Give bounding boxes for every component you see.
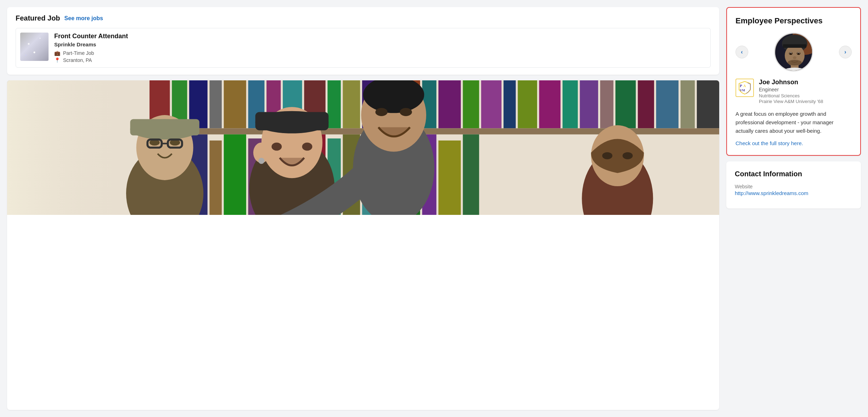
carousel-container: ‹ — [735, 33, 852, 72]
svg-point-97 — [302, 143, 312, 151]
svg-rect-125 — [783, 44, 806, 48]
svg-point-106 — [602, 152, 613, 159]
employee-role: Engineer — [759, 87, 852, 92]
job-company: Sprinkle Dreams — [54, 41, 706, 47]
featured-job-section-title: Featured Job — [16, 14, 60, 22]
svg-rect-52 — [539, 80, 560, 128]
library-image — [7, 80, 719, 215]
job-meta: 💼 Part-Time Job 📍 Scranton, PA — [54, 50, 706, 63]
next-arrow-button[interactable]: › — [839, 46, 852, 58]
briefcase-icon: 💼 — [54, 50, 60, 56]
full-story-link[interactable]: Check out the full story here. — [735, 140, 803, 146]
svg-point-107 — [622, 152, 633, 159]
job-image — [20, 33, 49, 61]
contact-info-title: Contact Information — [735, 170, 852, 178]
svg-rect-56 — [615, 80, 636, 128]
svg-rect-48 — [463, 80, 479, 128]
svg-rect-85 — [130, 119, 199, 136]
employee-name: Joe Johnson — [759, 79, 852, 86]
svg-rect-51 — [518, 80, 537, 128]
employee-major: Nutritional Sciences — [759, 93, 852, 98]
left-column: Featured Job See more jobs Front Counter… — [7, 7, 719, 410]
svg-point-122 — [798, 53, 799, 55]
employee-avatar — [774, 33, 813, 72]
employee-text-info: Joe Johnson Engineer Nutritional Science… — [759, 79, 852, 104]
contact-info-card: Contact Information Website http://www.s… — [726, 161, 861, 208]
employee-avatar-container — [748, 33, 839, 72]
job-location-text: Scranton, PA — [63, 57, 92, 63]
employee-perspectives-title: Employee Perspectives — [735, 16, 852, 25]
svg-rect-55 — [600, 80, 613, 128]
svg-point-124 — [788, 60, 802, 65]
website-contact-item: Website http://www.sprinkledreams.com — [735, 184, 852, 196]
website-url[interactable]: http://www.sprinkledreams.com — [735, 190, 808, 196]
right-column: Employee Perspectives ‹ — [726, 7, 861, 410]
website-label: Website — [735, 184, 852, 189]
svg-rect-59 — [681, 80, 695, 128]
job-location-item: 📍 Scranton, PA — [54, 57, 706, 63]
featured-job-card: Featured Job See more jobs Front Counter… — [7, 7, 719, 75]
university-logo: P A VM — [735, 79, 754, 97]
prev-arrow-button[interactable]: ‹ — [735, 46, 748, 58]
job-type-item: 💼 Part-Time Job — [54, 50, 706, 56]
see-more-jobs-link[interactable]: See more jobs — [64, 15, 103, 22]
svg-rect-50 — [503, 80, 515, 128]
svg-rect-53 — [563, 80, 578, 128]
library-image-card — [7, 80, 719, 410]
job-image-glitter — [20, 33, 49, 61]
svg-text:P: P — [740, 84, 742, 88]
svg-rect-42 — [343, 80, 360, 128]
svg-point-121 — [790, 53, 791, 55]
svg-rect-36 — [224, 80, 246, 128]
svg-rect-66 — [224, 135, 246, 215]
svg-rect-49 — [481, 80, 501, 128]
svg-point-98 — [258, 158, 264, 164]
job-details: Front Counter Attendant Sprinkle Dreams … — [54, 33, 706, 63]
svg-rect-57 — [638, 80, 654, 128]
svg-rect-35 — [209, 80, 221, 128]
employee-perspectives-card: Employee Perspectives ‹ — [726, 7, 861, 156]
svg-rect-60 — [697, 80, 719, 128]
employee-quote: A great focus on employee growth and pro… — [735, 110, 852, 135]
svg-point-96 — [272, 143, 282, 151]
job-title: Front Counter Attendant — [54, 33, 706, 40]
svg-rect-77 — [438, 141, 461, 215]
svg-rect-54 — [580, 80, 598, 128]
svg-rect-41 — [328, 80, 341, 128]
svg-point-102 — [375, 108, 387, 116]
svg-text:A: A — [743, 84, 746, 88]
featured-job-header: Featured Job See more jobs — [16, 14, 711, 22]
svg-rect-1 — [7, 80, 129, 215]
employee-university: Prairie View A&M University '68 — [759, 99, 852, 104]
svg-text:VM: VM — [740, 88, 745, 92]
job-listing[interactable]: Front Counter Attendant Sprinkle Dreams … — [16, 28, 711, 68]
svg-point-103 — [400, 108, 412, 116]
svg-rect-78 — [463, 135, 479, 215]
job-type-text: Part-Time Job — [63, 50, 94, 56]
svg-point-123 — [793, 56, 796, 59]
employee-info: P A VM Joe Johnson Engineer Nutritional … — [735, 79, 852, 104]
svg-rect-47 — [438, 80, 461, 128]
svg-rect-65 — [209, 141, 221, 215]
location-icon: 📍 — [54, 57, 60, 63]
svg-rect-94 — [255, 112, 329, 131]
svg-rect-58 — [656, 80, 678, 128]
